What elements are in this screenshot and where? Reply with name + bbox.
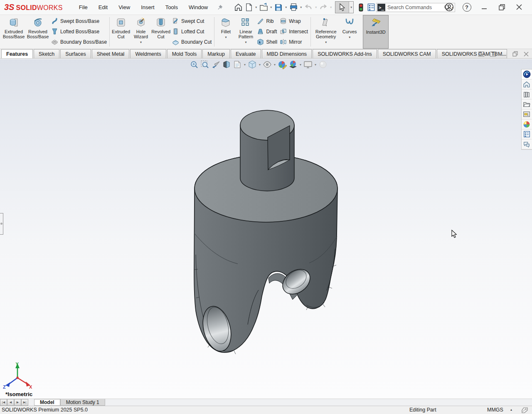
restore-button[interactable] bbox=[493, 1, 510, 13]
tab-weldments[interactable]: Weldments bbox=[130, 49, 166, 58]
chevron-down-icon[interactable]: ▾ bbox=[314, 63, 317, 67]
undo-button[interactable] bbox=[303, 2, 313, 13]
ambient-occlusion-button[interactable] bbox=[318, 59, 328, 69]
chevron-down-icon[interactable]: ▾ bbox=[258, 63, 261, 67]
apply-scene-button[interactable] bbox=[288, 59, 298, 69]
ribbon-item-lofted-boss-base[interactable]: Lofted Boss/Base bbox=[51, 27, 107, 36]
edit-appearance-button[interactable] bbox=[277, 59, 287, 69]
ribbon-item-rib[interactable]: Rib bbox=[257, 17, 277, 25]
zoom-to-area-button[interactable] bbox=[200, 59, 210, 69]
motion-study-tab[interactable]: Motion Study 1 bbox=[60, 399, 105, 406]
ribbon-item-mirror[interactable]: Mirror bbox=[280, 37, 308, 46]
ribbon-button-fillet[interactable]: Fillet ▾ bbox=[216, 15, 236, 49]
tab-scroll-first-button[interactable]: |◀ bbox=[0, 399, 7, 406]
tab-markup[interactable]: Markup bbox=[202, 49, 230, 58]
chevron-down-icon[interactable]: ▾ bbox=[243, 63, 246, 67]
taskpane-custom-properties-button[interactable] bbox=[522, 129, 532, 139]
account-button[interactable] bbox=[441, 1, 458, 13]
tab-solidworks-cam[interactable]: SOLIDWORKS CAM bbox=[378, 49, 436, 58]
doc-restore-button[interactable] bbox=[512, 51, 518, 57]
taskpane-solidworks-resources-button[interactable] bbox=[522, 79, 532, 89]
tag-button[interactable] bbox=[521, 407, 528, 413]
zoom-to-fit-button[interactable] bbox=[189, 59, 199, 69]
chevron-down-icon[interactable]: ▾ bbox=[299, 63, 302, 67]
ribbon-button-hole-wizard[interactable]: HoleWizard ▾ bbox=[131, 15, 151, 49]
ribbon-button-linear-pattern[interactable]: LinearPattern ▾ bbox=[236, 15, 256, 49]
chevron-down-icon[interactable]: ▾ bbox=[269, 5, 273, 9]
search-input[interactable] bbox=[385, 5, 444, 10]
chevron-down-icon[interactable]: ▾ bbox=[329, 5, 333, 9]
taskpane-forum-button[interactable] bbox=[522, 139, 532, 149]
taskpane-file-explorer-button[interactable] bbox=[522, 99, 532, 109]
ribbon-item-shell[interactable]: Shell bbox=[257, 37, 277, 46]
ribbon-item-swept-boss-base[interactable]: Swept Boss/Base bbox=[51, 17, 107, 25]
redo-button[interactable] bbox=[318, 2, 328, 13]
tab-scroll-next-button[interactable]: ▶ bbox=[14, 399, 21, 406]
part-3d-model[interactable] bbox=[187, 106, 345, 360]
chevron-down-icon[interactable]: ▾ bbox=[140, 40, 142, 45]
tab-scroll-last-button[interactable]: ▶| bbox=[21, 399, 28, 406]
menu-edit[interactable]: Edit bbox=[93, 2, 113, 12]
section-view-button[interactable] bbox=[222, 59, 232, 69]
feature-manager-collapsed-handle[interactable] bbox=[0, 213, 3, 235]
doc-close-button[interactable] bbox=[524, 52, 529, 57]
tab-features[interactable]: Features bbox=[1, 49, 33, 58]
home-button[interactable] bbox=[233, 2, 243, 13]
chevron-down-icon[interactable]: ▾ bbox=[284, 5, 288, 9]
tab-surfaces[interactable]: Surfaces bbox=[60, 49, 91, 58]
status-light-button[interactable] bbox=[356, 2, 366, 13]
print-button[interactable] bbox=[288, 2, 298, 13]
chevron-down-icon[interactable]: ▾ bbox=[314, 5, 318, 9]
ribbon-button-instant3d[interactable]: Instant3D bbox=[363, 15, 389, 49]
chevron-down-icon[interactable]: ▾ bbox=[299, 5, 303, 9]
chevron-down-icon[interactable]: ▾ bbox=[225, 35, 227, 40]
tab-mbd-dimensions[interactable]: MBD Dimensions bbox=[262, 49, 312, 58]
pin-menu-button[interactable] bbox=[216, 3, 224, 12]
graphics-area[interactable]: ▾ ▾ ▾ ▾ ▾ bbox=[0, 59, 532, 399]
menu-view[interactable]: View bbox=[113, 2, 135, 12]
chevron-down-icon[interactable]: ▾ bbox=[254, 5, 258, 9]
ribbon-item-lofted-cut[interactable]: Lofted Cut bbox=[172, 27, 212, 36]
save-button[interactable] bbox=[273, 2, 283, 13]
ribbon-button-reference-geometry[interactable]: ReferenceGeometry ▾ bbox=[312, 15, 340, 49]
ribbon-item-boundary-boss-base[interactable]: Boundary Boss/Base bbox=[51, 37, 107, 46]
open-button[interactable] bbox=[259, 2, 268, 13]
taskpane-3dexperience-button[interactable] bbox=[522, 69, 532, 79]
ribbon-item-wrap[interactable]: Wrap bbox=[280, 17, 308, 25]
chevron-down-icon[interactable]: ▾ bbox=[325, 40, 327, 45]
menu-tools[interactable]: Tools bbox=[160, 2, 183, 12]
chevron-down-icon[interactable]: ▾ bbox=[349, 35, 350, 40]
ribbon-button-revolved-cut[interactable]: RevolvedCut bbox=[151, 15, 171, 49]
ribbon-item-draft[interactable]: Draft bbox=[257, 27, 277, 36]
view-orientation-button[interactable] bbox=[247, 59, 257, 69]
tab-solidworks-add-ins[interactable]: SOLIDWORKS Add-Ins bbox=[313, 49, 377, 58]
new-document-button[interactable] bbox=[244, 2, 254, 13]
view-settings-button[interactable] bbox=[303, 59, 313, 69]
chevron-down-icon[interactable]: ▾ bbox=[245, 40, 246, 45]
doc-minimize-button[interactable] bbox=[502, 52, 507, 57]
menu-window[interactable]: Window bbox=[183, 2, 213, 12]
tab-sketch[interactable]: Sketch bbox=[34, 49, 59, 58]
ribbon-button-revolved-boss-base[interactable]: RevolvedBoss/Base bbox=[26, 15, 50, 49]
taskpane-view-palette-button[interactable] bbox=[522, 109, 532, 119]
ribbon-button-extruded-cut[interactable]: ExtrudedCut bbox=[111, 15, 131, 49]
pane-right-button[interactable] bbox=[490, 52, 496, 57]
tab-scroll-prev-button[interactable]: ◀ bbox=[7, 399, 14, 406]
annotation-views-button[interactable] bbox=[232, 59, 242, 69]
menu-insert[interactable]: Insert bbox=[135, 2, 160, 12]
taskpane-design-library-button[interactable] bbox=[522, 89, 532, 99]
ribbon-button-extruded-boss-base[interactable]: ExtrudedBoss/Base bbox=[2, 15, 26, 49]
chevron-down-icon[interactable]: ▾ bbox=[349, 2, 353, 13]
tab-sheet-metal[interactable]: Sheet Metal bbox=[92, 49, 130, 58]
task-list-button[interactable] bbox=[366, 2, 376, 13]
select-tool-button[interactable] bbox=[335, 2, 349, 13]
close-button[interactable] bbox=[510, 1, 528, 13]
ribbon-button-curves[interactable]: Curves ▾ bbox=[340, 15, 360, 49]
pane-left-button[interactable] bbox=[478, 52, 484, 57]
tab-mold-tools[interactable]: Mold Tools bbox=[167, 49, 202, 58]
tab-evaluate[interactable]: Evaluate bbox=[231, 49, 261, 58]
chevron-down-icon[interactable]: ▾ bbox=[273, 63, 276, 67]
units-dropdown-caret-icon[interactable]: ▴ bbox=[510, 408, 512, 412]
menu-file[interactable]: File bbox=[74, 2, 93, 12]
help-button[interactable]: ? bbox=[458, 1, 475, 13]
